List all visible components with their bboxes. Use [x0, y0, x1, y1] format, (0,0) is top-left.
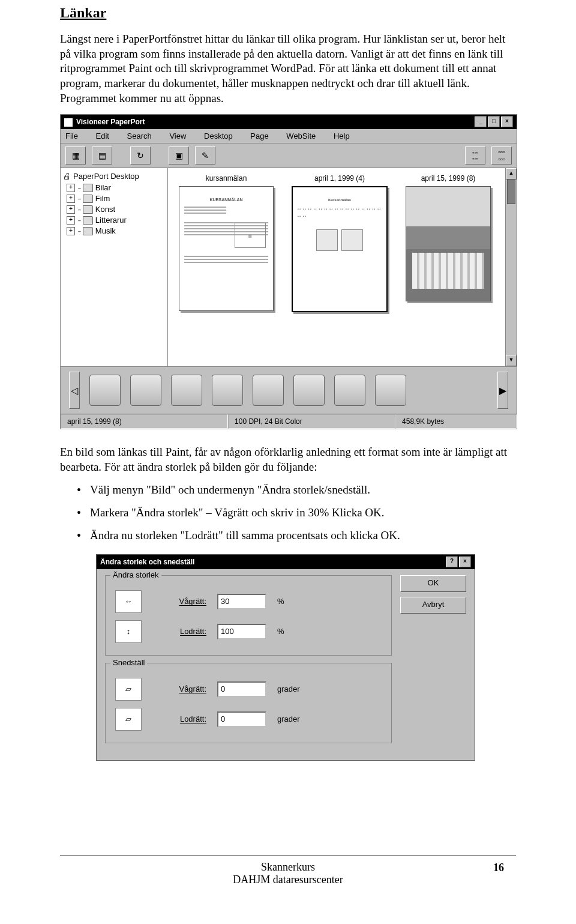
- vertical-resize-icon: ↕: [115, 620, 142, 643]
- page-footer: Skannerkurs DAHJM dataresurscenter 16: [0, 851, 576, 886]
- folder-item[interactable]: +···Musik: [67, 226, 165, 235]
- menu-help[interactable]: Help: [334, 131, 350, 140]
- status-filename: april 15, 1999 (8): [61, 414, 228, 429]
- status-filesize: 458,9K bytes: [395, 414, 517, 429]
- intro-paragraph: Längst nere i PaperPortfönstret hittar d…: [60, 32, 516, 106]
- close-button[interactable]: ×: [459, 557, 471, 567]
- folder-root[interactable]: 🖨 PaperPort Desktop: [63, 172, 165, 181]
- menubar: File Edit Search View Desktop Page WebSi…: [61, 129, 517, 143]
- vertical-skew-icon: ▱: [115, 708, 142, 731]
- skew-group: Snedställ ▱ Vågrätt: grader ▱ Lodrätt: g…: [105, 663, 392, 743]
- list-item: Välj menyn "Bild" och undermenyn "Ändra …: [90, 483, 516, 497]
- statusbar: april 15, 1999 (8) 100 DPI, 24 Bit Color…: [61, 414, 517, 429]
- folder-item[interactable]: +···Konst: [67, 205, 165, 214]
- unit-label: grader: [277, 684, 307, 693]
- minimize-button[interactable]: _: [475, 116, 487, 127]
- scroll-right-icon[interactable]: ▶: [497, 372, 508, 409]
- thumbnail[interactable]: april 15, 1999 (8): [406, 174, 491, 301]
- skew-horizontal-input[interactable]: [217, 681, 266, 697]
- thumbnail[interactable]: april 1, 1999 (4) Kursanmälan • •• •• ••…: [292, 174, 388, 312]
- dialog-titlebar: Ändra storlek och snedställ ? ×: [97, 555, 475, 569]
- link-icon[interactable]: [130, 375, 161, 406]
- section-heading: Länkar: [60, 5, 516, 21]
- horizontal-skew-icon: ▱: [115, 678, 142, 701]
- menu-view[interactable]: View: [169, 131, 186, 140]
- resize-dialog: Ändra storlek och snedställ ? × Ändra st…: [96, 554, 475, 761]
- link-icon[interactable]: [293, 375, 325, 406]
- horizontal-label: Vågrätt:: [152, 684, 206, 693]
- skew-vertical-input[interactable]: [217, 711, 266, 727]
- scroll-left-icon[interactable]: ◁: [69, 372, 80, 409]
- cancel-button[interactable]: Avbryt: [400, 597, 466, 614]
- menu-page[interactable]: Page: [250, 131, 268, 140]
- folder-tree: 🖨 PaperPort Desktop +···Bilar +···Film +…: [61, 168, 168, 366]
- link-icon[interactable]: [89, 375, 121, 406]
- vertical-label: Lodrätt:: [152, 714, 206, 723]
- vertical-label: Lodrätt:: [152, 627, 206, 636]
- vertical-scrollbar[interactable]: ▲ ▼: [505, 168, 517, 366]
- ok-button[interactable]: OK: [400, 575, 466, 592]
- close-button[interactable]: ×: [501, 116, 513, 127]
- instruction-list: Välj menyn "Bild" och undermenyn "Ändra …: [60, 483, 516, 542]
- maximize-button[interactable]: □: [488, 116, 500, 127]
- titlebar: Visioneer PaperPort _ □ ×: [61, 115, 517, 129]
- menu-file[interactable]: File: [65, 131, 78, 140]
- group-legend: Ändra storlek: [110, 570, 161, 579]
- horizontal-resize-icon: ↔: [115, 590, 142, 613]
- link-icon[interactable]: [375, 375, 406, 406]
- unit-label: %: [277, 597, 307, 606]
- footer-line2: DAHJM dataresurscenter: [0, 874, 576, 886]
- toolbar-icon[interactable]: ▦: [65, 146, 86, 165]
- list-item: Ändra nu storleken "Lodrätt" till samma …: [90, 529, 516, 542]
- toolbar-icon[interactable]: ▤: [92, 146, 112, 165]
- resize-group: Ändra storlek ↔ Vågrätt: % ↕ Lodrätt: %: [105, 575, 392, 656]
- link-icon[interactable]: [171, 375, 202, 406]
- unit-label: %: [277, 627, 307, 636]
- folder-item[interactable]: +···Bilar: [67, 183, 165, 192]
- page-number: 16: [493, 862, 504, 874]
- unit-label: grader: [277, 714, 307, 723]
- thumbnail[interactable]: kursanmälan KURSANMÄLAN ▧: [179, 174, 274, 311]
- resize-vertical-input[interactable]: [217, 624, 266, 639]
- dialog-title: Ändra storlek och snedställ: [100, 558, 194, 566]
- link-icon[interactable]: [334, 375, 365, 406]
- toolbar-icon[interactable]: ▣: [169, 146, 189, 165]
- app-icon: [64, 118, 73, 127]
- resize-horizontal-input[interactable]: [217, 594, 266, 609]
- list-item: Markera "Ändra storlek" – Vågrätt och sk…: [90, 506, 516, 519]
- folder-item[interactable]: +···Litterarur: [67, 216, 165, 225]
- window-title: Visioneer PaperPort: [76, 118, 145, 126]
- grid-large-icon[interactable]: ▫▫▫▫▫▫: [491, 146, 512, 165]
- footer-line1: Skannerkurs: [0, 861, 576, 874]
- refresh-icon[interactable]: ↻: [130, 146, 151, 165]
- toolbar-icon[interactable]: ✎: [195, 146, 215, 165]
- menu-website[interactable]: WebSite: [286, 131, 316, 140]
- status-resolution: 100 DPI, 24 Bit Color: [228, 414, 395, 429]
- menu-desktop[interactable]: Desktop: [204, 131, 233, 140]
- link-icon[interactable]: [212, 375, 243, 406]
- link-icon[interactable]: [253, 375, 284, 406]
- thumbnail-area: kursanmälan KURSANMÄLAN ▧ april 1, 1999 …: [168, 168, 517, 366]
- paperport-window: Visioneer PaperPort _ □ × File Edit Sear…: [60, 114, 517, 429]
- toolbar: ▦ ▤ ↻ ▣ ✎ ▫▫▫▫▫▫ ▫▫▫▫▫▫: [61, 143, 517, 168]
- menu-search[interactable]: Search: [127, 131, 152, 140]
- grid-small-icon[interactable]: ▫▫▫▫▫▫: [465, 146, 485, 165]
- after-shot-paragraph: En bild som länkas till Paint, får av nå…: [60, 445, 516, 474]
- folder-item[interactable]: +···Film: [67, 194, 165, 203]
- link-bar: ◁ ▶: [61, 366, 517, 414]
- help-button[interactable]: ?: [446, 557, 458, 567]
- horizontal-label: Vågrätt:: [152, 597, 206, 606]
- menu-edit[interactable]: Edit: [96, 131, 109, 140]
- group-legend: Snedställ: [110, 658, 147, 667]
